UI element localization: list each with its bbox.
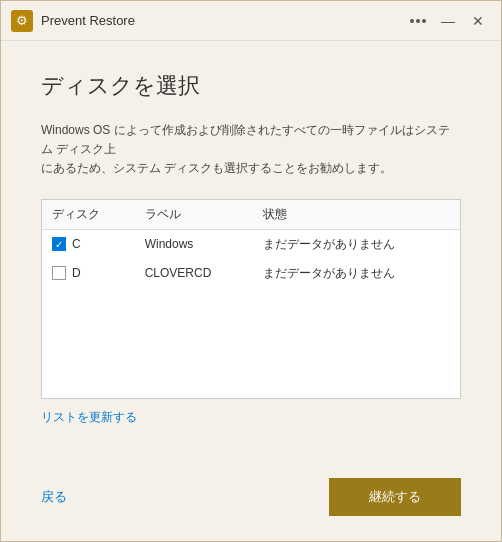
page-title: ディスクを選択 (41, 71, 461, 101)
disk-d-letter: D (72, 266, 81, 280)
title-bar: ⚙ Prevent Restore — ✕ (1, 1, 501, 41)
col-label: ラベル (135, 200, 253, 230)
col-status: 状態 (253, 200, 460, 230)
continue-button[interactable]: 継続する (329, 478, 461, 516)
disk-d-status: まだデータがありません (253, 259, 460, 288)
table-row: ✓ C Windows まだデータがありません (42, 229, 460, 259)
window-controls: — ✕ (405, 8, 491, 34)
disk-c-checkbox[interactable]: ✓ (52, 237, 66, 251)
content-area: ディスクを選択 Windows OS によって作成および削除されたすべての一時フ… (1, 41, 501, 463)
close-button[interactable]: ✕ (465, 8, 491, 34)
disk-table: ディスク ラベル 状態 ✓ C Windows (42, 200, 460, 288)
disk-c-letter: C (72, 237, 81, 251)
disk-table-container: ディスク ラベル 状態 ✓ C Windows (41, 199, 461, 399)
disk-d-label: CLOVERCD (135, 259, 253, 288)
minimize-button[interactable]: — (435, 8, 461, 34)
dot2 (416, 19, 420, 23)
disk-c-cell: ✓ C (42, 229, 135, 259)
description-text: Windows OS によって作成および削除されたすべての一時ファイルはシステム… (41, 121, 461, 179)
col-disk: ディスク (42, 200, 135, 230)
refresh-list-link[interactable]: リストを更新する (41, 409, 461, 426)
disk-c-checkbox-cell: ✓ C (52, 237, 125, 251)
dot3 (422, 19, 426, 23)
disk-c-label: Windows (135, 229, 253, 259)
dot1 (410, 19, 414, 23)
table-row: D CLOVERCD まだデータがありません (42, 259, 460, 288)
disk-d-cell: D (42, 259, 135, 288)
window-title: Prevent Restore (41, 13, 405, 28)
disk-d-checkbox-cell: D (52, 266, 125, 280)
disk-c-status: まだデータがありません (253, 229, 460, 259)
table-body: ✓ C Windows まだデータがありません D (42, 229, 460, 288)
menu-button[interactable] (405, 8, 431, 34)
back-button[interactable]: 戻る (41, 483, 67, 511)
table-header: ディスク ラベル 状態 (42, 200, 460, 230)
disk-d-checkbox[interactable] (52, 266, 66, 280)
main-window: ⚙ Prevent Restore — ✕ ディスクを選択 Windows OS… (0, 0, 502, 542)
app-icon: ⚙ (11, 10, 33, 32)
footer: 戻る 継続する (1, 463, 501, 541)
